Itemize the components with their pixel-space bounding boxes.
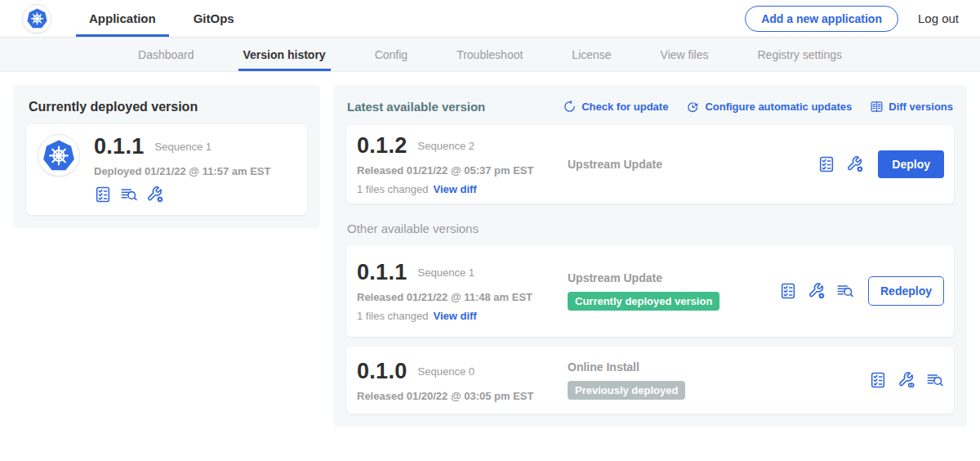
sequence-label: Sequence 0 — [418, 365, 474, 378]
version-info: 0.1.0 Sequence 0 Released 01/20/22 @ 03:… — [357, 359, 568, 402]
deployed-version-number: 0.1.1 — [94, 134, 145, 159]
kubernetes-logo-icon — [22, 4, 51, 34]
deploy-button[interactable]: Deploy — [878, 150, 944, 178]
version-actions: Deploy — [817, 150, 944, 178]
main-content: Currently deployed version 0.1.1 Sequenc… — [0, 72, 980, 461]
version-actions: Redeploy — [779, 276, 944, 306]
version-number: 0.1.2 — [357, 133, 408, 159]
source-label: Upstream Update — [568, 158, 817, 171]
deployed-version-card: 0.1.1 Sequence 1 Deployed 01/21/22 @ 11:… — [26, 124, 307, 215]
version-history-panel: Latest available version Check for updat… — [333, 85, 967, 427]
sequence-label: Sequence 2 — [418, 140, 474, 152]
tab-application[interactable]: Application — [76, 0, 169, 37]
app-subnav: Dashboard Version history Config Trouble… — [0, 38, 980, 72]
tab-gitops[interactable]: GitOps — [180, 0, 247, 37]
subnav-tab-version-history[interactable]: Version history — [238, 38, 331, 71]
sequence-label: Sequence 1 — [418, 266, 474, 279]
check-for-update-link[interactable]: Check for update — [563, 100, 668, 114]
top-tabs: Application GitOps — [76, 0, 247, 37]
files-changed: 1 files changedView diff — [357, 310, 568, 322]
preflight-checks-icon[interactable] — [817, 155, 835, 173]
panel-actions: Check for update Configure automatic upd… — [563, 100, 953, 114]
diff-versions-link[interactable]: Diff versions — [870, 100, 953, 114]
other-available-header: Other available versions — [347, 222, 954, 235]
tab-gitops-label: GitOps — [194, 11, 234, 25]
source-label: Upstream Update — [568, 271, 779, 284]
version-info: 0.1.2 Sequence 2 Released 01/21/22 @ 05:… — [357, 133, 568, 195]
refresh-icon — [563, 100, 577, 114]
deploy-logs-icon[interactable] — [120, 186, 138, 204]
previously-deployed-badge: Previously deployed — [568, 381, 685, 400]
view-diff-link[interactable]: View diff — [433, 310, 476, 322]
version-source: Upstream Update — [568, 158, 817, 171]
currently-deployed-badge: Currently deployed version — [568, 292, 719, 311]
top-right-actions: Add a new application Log out — [745, 0, 959, 37]
currently-deployed-title: Currently deployed version — [29, 100, 307, 114]
preflight-checks-icon[interactable] — [869, 371, 887, 389]
released-timestamp: Released 01/20/22 @ 03:05 pm EST — [357, 390, 568, 402]
deploy-logs-icon[interactable] — [926, 371, 944, 389]
view-diff-link[interactable]: View diff — [433, 183, 476, 195]
edit-config-icon[interactable] — [146, 186, 164, 204]
subnav-tab-troubleshoot[interactable]: Troubleshoot — [452, 38, 528, 71]
deployed-sequence-label: Sequence 1 — [155, 141, 212, 153]
version-info: 0.1.1 Sequence 1 Released 01/21/22 @ 11:… — [357, 260, 568, 322]
redeploy-button[interactable]: Redeploy — [868, 276, 944, 306]
currently-deployed-card: Currently deployed version 0.1.1 Sequenc… — [13, 85, 320, 228]
version-source: Online Install Previously deployed — [568, 360, 869, 400]
diff-icon — [870, 100, 884, 114]
version-source: Upstream Update Currently deployed versi… — [568, 271, 779, 311]
version-row-0.1.2: 0.1.2 Sequence 2 Released 01/21/22 @ 05:… — [346, 125, 954, 204]
edit-config-icon[interactable] — [846, 155, 864, 173]
top-navbar: Application GitOps Add a new application… — [0, 0, 980, 38]
deployed-version-info: 0.1.1 Sequence 1 Deployed 01/21/22 @ 11:… — [94, 134, 270, 204]
released-timestamp: Released 01/21/22 @ 11:48 am EST — [357, 291, 568, 303]
edit-config-icon[interactable] — [808, 282, 826, 300]
schedule-icon — [686, 100, 700, 114]
preflight-checks-icon[interactable] — [779, 282, 797, 300]
version-number: 0.1.0 — [357, 359, 408, 384]
deploy-logs-icon[interactable] — [836, 282, 854, 300]
latest-available-header: Latest available version — [347, 100, 485, 114]
version-actions — [869, 371, 944, 389]
subnav-tab-view-files[interactable]: View files — [656, 38, 714, 71]
subnav-tab-dashboard[interactable]: Dashboard — [133, 38, 199, 71]
subnav-tab-config[interactable]: Config — [370, 38, 412, 71]
preflight-checks-icon[interactable] — [94, 186, 112, 204]
configure-automatic-updates-link[interactable]: Configure automatic updates — [686, 100, 852, 114]
tab-application-label: Application — [89, 11, 156, 25]
view-config-icon[interactable] — [898, 371, 915, 389]
add-application-button[interactable]: Add a new application — [745, 6, 898, 32]
version-number: 0.1.1 — [357, 260, 408, 285]
source-label: Online Install — [568, 360, 869, 374]
subnav-tab-registry-settings[interactable]: Registry settings — [753, 38, 847, 71]
panel-header: Latest available version Check for updat… — [347, 100, 953, 114]
version-row-0.1.0: 0.1.0 Sequence 0 Released 01/20/22 @ 03:… — [346, 347, 954, 414]
app-logo-icon — [38, 134, 80, 177]
files-changed: 1 files changedView diff — [357, 183, 568, 195]
released-timestamp: Released 01/21/22 @ 05:37 pm EST — [357, 164, 568, 177]
version-row-0.1.1: 0.1.1 Sequence 1 Released 01/21/22 @ 11:… — [346, 245, 954, 337]
subnav-tab-license[interactable]: License — [567, 38, 616, 71]
kots-admin-console: Application GitOps Add a new application… — [0, 0, 980, 461]
logout-button[interactable]: Log out — [918, 11, 959, 25]
deployed-timestamp: Deployed 01/21/22 @ 11:57 am EST — [94, 165, 270, 177]
